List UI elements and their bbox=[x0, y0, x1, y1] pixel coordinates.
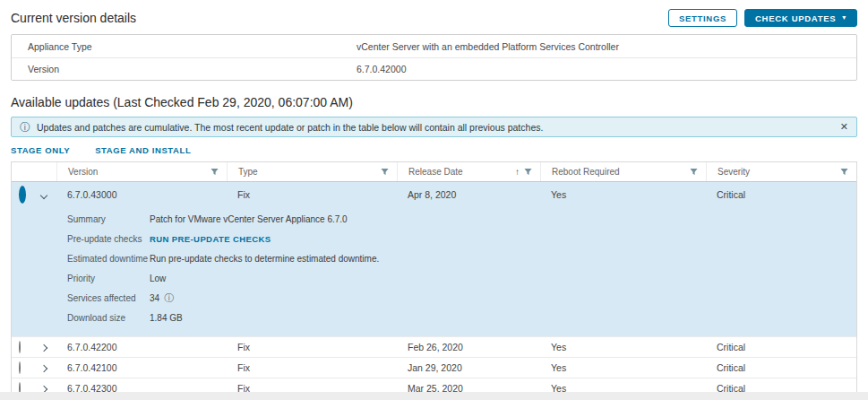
selected-update-block: 6.7.0.43000 Fix Apr 8, 2020 Yes Critical… bbox=[12, 182, 856, 337]
vami-updates-page: Current version details SETTINGS CHECK U… bbox=[0, 0, 868, 392]
detail-label: Pre-update checks bbox=[67, 234, 150, 244]
update-severity: Critical bbox=[706, 362, 856, 373]
services-affected-count: 34 bbox=[150, 293, 159, 303]
page-title: Current version details bbox=[11, 11, 136, 25]
update-version: 6.7.0.42100 bbox=[56, 362, 227, 373]
update-row[interactable]: 6.7.0.43000 Fix Apr 8, 2020 Yes Critical bbox=[12, 182, 856, 206]
radio-button[interactable] bbox=[19, 382, 21, 392]
radio-button-selected[interactable] bbox=[19, 186, 26, 204]
detail-value: Run pre-update checks to determine estim… bbox=[150, 254, 856, 264]
update-reboot-required: Yes bbox=[540, 383, 706, 392]
detail-row-priority: Priority Low bbox=[67, 268, 856, 288]
detail-row-pre-update-checks: Pre-update checks RUN PRE-UPDATE CHECKS bbox=[67, 229, 856, 248]
filter-icon[interactable] bbox=[524, 168, 532, 176]
check-updates-button[interactable]: CHECK UPDATES ▾ bbox=[744, 9, 857, 27]
update-severity: Critical bbox=[706, 189, 856, 200]
column-header-reboot-required[interactable]: Reboot Required bbox=[540, 162, 706, 181]
info-icon[interactable]: ⓘ bbox=[164, 293, 174, 303]
update-severity: Critical bbox=[706, 383, 856, 392]
updates-table: Version Type Release Date ↑ Reboot R bbox=[11, 161, 857, 392]
update-release-date: Jan 29, 2020 bbox=[397, 362, 540, 373]
update-version: 6.7.0.43000 bbox=[56, 189, 227, 200]
filter-icon[interactable] bbox=[211, 168, 219, 176]
filter-icon[interactable] bbox=[381, 168, 389, 176]
update-release-date: Apr 8, 2020 bbox=[397, 189, 540, 200]
update-reboot-required: Yes bbox=[540, 342, 706, 352]
update-type: Fix bbox=[227, 362, 397, 373]
column-header-severity[interactable]: Severity bbox=[706, 162, 856, 181]
available-updates-title: Available updates (Last Checked Feb 29, … bbox=[11, 95, 857, 109]
update-severity: Critical bbox=[706, 342, 856, 352]
info-icon: ⓘ bbox=[20, 122, 30, 133]
detail-label: Summary bbox=[67, 214, 150, 224]
run-pre-update-checks-link[interactable]: RUN PRE-UPDATE CHECKS bbox=[150, 234, 271, 244]
chevron-down-icon[interactable] bbox=[40, 191, 47, 198]
update-reboot-required: Yes bbox=[540, 189, 706, 200]
detail-value: Low bbox=[150, 274, 856, 283]
header-buttons: SETTINGS CHECK UPDATES ▾ bbox=[668, 9, 857, 27]
filter-icon[interactable] bbox=[840, 168, 848, 176]
update-row[interactable]: 6.7.0.42300 Fix Mar 25, 2020 Yes Critica… bbox=[12, 378, 856, 392]
detail-label: Priority bbox=[67, 274, 150, 283]
chevron-right-icon[interactable] bbox=[40, 365, 47, 372]
page-header: Current version details SETTINGS CHECK U… bbox=[11, 6, 857, 30]
version-value: 6.7.0.42000 bbox=[357, 64, 856, 74]
column-label: Release Date bbox=[408, 167, 511, 177]
stage-only-link[interactable]: STAGE ONLY bbox=[11, 145, 70, 155]
update-type: Fix bbox=[227, 342, 397, 352]
column-header-type[interactable]: Type bbox=[227, 162, 397, 181]
info-banner: ⓘ Updates and patches are cumulative. Th… bbox=[11, 117, 857, 137]
update-type: Fix bbox=[227, 383, 397, 392]
detail-label: Estimated downtime bbox=[67, 254, 150, 264]
update-release-date: Feb 26, 2020 bbox=[397, 342, 540, 352]
appliance-type-label: Appliance Type bbox=[12, 41, 357, 52]
detail-value: 1.84 GB bbox=[150, 313, 856, 323]
version-label: Version bbox=[12, 64, 357, 74]
update-type: Fix bbox=[227, 189, 397, 200]
update-row[interactable]: 6.7.0.42200 Fix Feb 26, 2020 Yes Critica… bbox=[12, 337, 856, 358]
column-label: Severity bbox=[718, 167, 836, 177]
column-header-release-date[interactable]: Release Date ↑ bbox=[397, 162, 540, 181]
updates-table-header: Version Type Release Date ↑ Reboot R bbox=[12, 162, 856, 182]
detail-row-summary: Summary Patch for VMware vCenter Server … bbox=[67, 209, 856, 229]
radio-button[interactable] bbox=[19, 361, 21, 374]
column-header-version[interactable]: Version bbox=[56, 162, 227, 181]
stage-actions: STAGE ONLY STAGE AND INSTALL bbox=[11, 145, 857, 155]
update-version: 6.7.0.42200 bbox=[56, 342, 227, 352]
detail-label: Services affected bbox=[67, 293, 150, 303]
detail-label: Download size bbox=[67, 313, 150, 323]
detail-row-services-affected: Services affected 34 ⓘ bbox=[67, 288, 856, 308]
table-row: Appliance Type vCenter Server with an em… bbox=[12, 35, 856, 57]
detail-value: Patch for VMware vCenter Server Applianc… bbox=[150, 214, 856, 224]
version-details-table: Appliance Type vCenter Server with an em… bbox=[11, 34, 857, 81]
chevron-down-icon: ▾ bbox=[842, 14, 847, 22]
column-label: Version bbox=[68, 167, 206, 177]
banner-text: Updates and patches are cumulative. The … bbox=[37, 122, 543, 133]
update-version: 6.7.0.42300 bbox=[56, 383, 227, 392]
close-icon[interactable]: ✕ bbox=[840, 122, 848, 132]
detail-row-download-size: Download size 1.84 GB bbox=[67, 308, 856, 327]
update-details: Summary Patch for VMware vCenter Server … bbox=[12, 206, 856, 336]
settings-button[interactable]: SETTINGS bbox=[668, 9, 737, 27]
sort-ascending-icon[interactable]: ↑ bbox=[515, 167, 520, 177]
chevron-right-icon[interactable] bbox=[40, 386, 47, 392]
update-reboot-required: Yes bbox=[540, 362, 706, 373]
chevron-right-icon[interactable] bbox=[40, 344, 47, 352]
column-label: Type bbox=[238, 167, 376, 177]
detail-row-estimated-downtime: Estimated downtime Run pre-update checks… bbox=[67, 248, 856, 268]
check-updates-label: CHECK UPDATES bbox=[755, 13, 836, 23]
appliance-type-value: vCenter Server with an embedded Platform… bbox=[357, 41, 856, 52]
update-release-date: Mar 25, 2020 bbox=[397, 383, 540, 392]
radio-button[interactable] bbox=[19, 341, 21, 353]
filter-icon[interactable] bbox=[690, 168, 698, 176]
stage-and-install-link[interactable]: STAGE AND INSTALL bbox=[95, 145, 191, 155]
column-label: Reboot Required bbox=[552, 167, 685, 177]
table-row: Version 6.7.0.42000 bbox=[12, 57, 856, 80]
update-row[interactable]: 6.7.0.42100 Fix Jan 29, 2020 Yes Critica… bbox=[12, 358, 856, 378]
